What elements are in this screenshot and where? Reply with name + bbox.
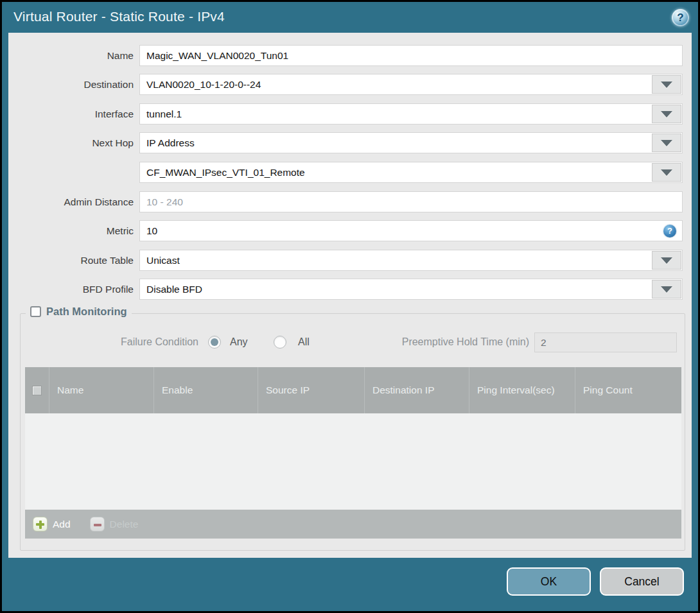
path-monitoring-title: Path Monitoring xyxy=(46,306,127,318)
name-input[interactable] xyxy=(140,46,682,65)
minus-icon xyxy=(90,517,105,531)
column-header-destination-ip: Destination IP xyxy=(364,367,469,413)
failure-condition-any-label: Any xyxy=(230,332,248,352)
destination-label: Destination xyxy=(8,74,134,95)
route-table-select[interactable] xyxy=(140,250,682,270)
path-monitoring-section: Path Monitoring Failure Condition Any Al… xyxy=(20,313,685,551)
dialog-titlebar: Virtual Router - Static Route - IPv4 ? xyxy=(2,2,698,33)
delete-button[interactable]: Delete xyxy=(90,517,139,531)
failure-condition-all-label: All xyxy=(298,332,310,352)
path-monitoring-legend: Path Monitoring xyxy=(26,306,132,318)
admin-distance-label: Admin Distance xyxy=(8,191,134,212)
select-all-cell xyxy=(25,367,49,413)
dialog-body: Name Destination Interface xyxy=(8,33,692,558)
path-monitoring-table: Name Enable Source IP Destination IP Pin… xyxy=(25,367,681,539)
delete-button-label: Delete xyxy=(110,519,139,530)
admin-distance-row: Admin Distance xyxy=(8,191,683,212)
ok-button[interactable]: OK xyxy=(507,567,591,596)
next-hop-address-row xyxy=(8,162,683,183)
table-toolbar: Add Delete xyxy=(25,510,681,539)
column-header-source-ip: Source IP xyxy=(258,367,364,413)
metric-label: Metric xyxy=(8,220,134,241)
destination-input[interactable] xyxy=(140,74,682,94)
failure-condition-row: Failure Condition Any All Preemptive Hol… xyxy=(21,332,685,352)
interface-input[interactable] xyxy=(140,104,682,124)
metric-row: Metric ? xyxy=(8,220,683,241)
table-body-empty xyxy=(25,413,681,510)
add-button[interactable]: Add xyxy=(33,517,71,531)
interface-label: Interface xyxy=(8,103,134,125)
next-hop-dropdown-button[interactable] xyxy=(652,134,681,152)
preemptive-hold-time-input[interactable] xyxy=(534,332,677,352)
failure-condition-label: Failure Condition xyxy=(21,332,198,352)
next-hop-address-field-wrap xyxy=(139,162,683,183)
route-table-dropdown-button[interactable] xyxy=(652,251,681,270)
bfd-profile-row: BFD Profile xyxy=(8,279,683,300)
column-header-ping-count: Ping Count xyxy=(575,367,681,413)
plus-icon xyxy=(33,517,48,531)
bfd-profile-dropdown-button[interactable] xyxy=(652,280,681,298)
failure-condition-all-radio[interactable] xyxy=(274,336,286,349)
name-field-wrap xyxy=(139,45,683,66)
next-hop-address-input[interactable] xyxy=(140,162,682,182)
static-route-dialog: Virtual Router - Static Route - IPv4 ? N… xyxy=(0,0,700,613)
chevron-down-icon xyxy=(661,169,672,176)
metric-help-icon[interactable]: ? xyxy=(663,225,676,237)
interface-dropdown-button[interactable] xyxy=(652,105,681,123)
column-header-name: Name xyxy=(49,367,153,413)
destination-field-wrap xyxy=(139,74,683,95)
path-monitoring-checkbox[interactable] xyxy=(30,306,41,317)
chevron-down-icon xyxy=(661,140,672,146)
metric-input[interactable] xyxy=(140,221,682,241)
next-hop-row: Next Hop xyxy=(8,132,683,153)
chevron-down-icon xyxy=(661,111,672,117)
select-all-checkbox[interactable] xyxy=(32,386,42,395)
destination-row: Destination xyxy=(8,74,683,95)
interface-row: Interface xyxy=(8,103,683,125)
column-header-ping-interval: Ping Interval(sec) xyxy=(469,367,575,413)
metric-field-wrap: ? xyxy=(139,220,683,241)
next-hop-select[interactable] xyxy=(140,133,682,153)
failure-condition-any-radio[interactable] xyxy=(208,336,221,349)
cancel-button[interactable]: Cancel xyxy=(600,567,684,596)
route-table-field-wrap xyxy=(139,250,683,271)
chevron-down-icon xyxy=(661,82,672,88)
chevron-down-icon xyxy=(661,257,672,264)
route-table-label: Route Table xyxy=(8,250,134,271)
column-header-enable: Enable xyxy=(153,367,258,413)
next-hop-address-dropdown-button[interactable] xyxy=(652,163,681,182)
preemptive-hold-time-label: Preemptive Hold Time (min) xyxy=(354,332,529,352)
name-label: Name xyxy=(8,45,134,66)
route-table-row: Route Table xyxy=(8,250,683,271)
destination-dropdown-button[interactable] xyxy=(652,75,681,94)
chevron-down-icon xyxy=(661,286,672,293)
admin-distance-field-wrap xyxy=(139,191,683,212)
table-header-row: Name Enable Source IP Destination IP Pin… xyxy=(25,367,681,413)
add-button-label: Add xyxy=(53,519,71,530)
admin-distance-input[interactable] xyxy=(140,192,682,212)
next-hop-field-wrap xyxy=(139,132,683,153)
dialog-title: Virtual Router - Static Route - IPv4 xyxy=(13,2,225,31)
next-hop-label: Next Hop xyxy=(8,132,134,153)
name-row: Name xyxy=(8,45,683,66)
bfd-profile-field-wrap xyxy=(139,279,683,300)
interface-field-wrap xyxy=(139,103,683,125)
bfd-profile-label: BFD Profile xyxy=(8,279,134,300)
bfd-profile-select[interactable] xyxy=(140,279,682,299)
help-icon[interactable]: ? xyxy=(672,9,689,26)
